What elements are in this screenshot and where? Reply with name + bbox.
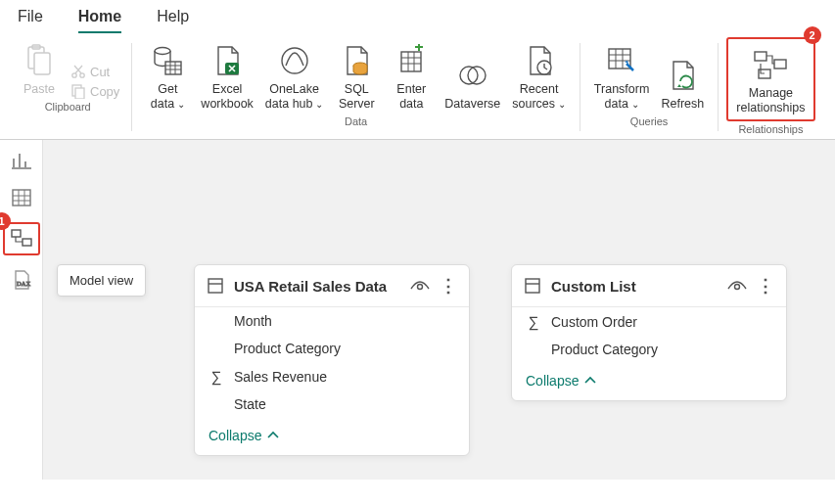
table-title: USA Retail Sales Data (234, 278, 387, 295)
sigma-icon: ∑ (526, 313, 541, 330)
svg-point-13 (460, 67, 478, 84)
svg-rect-22 (23, 239, 31, 246)
group-label-queries: Queries (630, 114, 669, 129)
table-card-custom-list[interactable]: Custom List ⋮ ∑Custom OrderProduct Categ… (511, 264, 787, 401)
database-grid-icon (146, 41, 189, 80)
group-label-clipboard: Clipboard (45, 99, 91, 115)
onelake-icon (273, 41, 316, 80)
group-data: Get data ⌄ Excel workbook OneLake data h… (140, 37, 572, 137)
dataverse-icon (451, 56, 494, 95)
paste-icon (18, 41, 61, 80)
svg-rect-1 (34, 53, 50, 74)
cut-button: Cut (70, 64, 119, 79)
table-card-usa-retail[interactable]: USA Retail Sales Data ⋮ MonthProduct Cat… (194, 264, 470, 456)
recent-icon (518, 41, 561, 80)
data-view-button[interactable] (7, 185, 36, 210)
field-name: State (234, 396, 266, 412)
svg-rect-26 (526, 279, 539, 293)
field-name: Month (234, 313, 272, 329)
table-icon (11, 188, 32, 207)
excel-icon (206, 41, 249, 80)
model-view-button[interactable] (7, 226, 36, 252)
svg-rect-8 (165, 62, 181, 74)
field-name: Custom Order (551, 314, 637, 330)
model-view-wrapper: 1 (3, 222, 40, 255)
field-name: Product Category (551, 342, 658, 357)
model-canvas[interactable]: USA Retail Sales Data ⋮ MonthProduct Cat… (43, 140, 835, 480)
field-row[interactable]: State (195, 390, 469, 418)
scissors-icon (70, 64, 86, 79)
copy-icon (70, 83, 86, 99)
relationships-icon (749, 45, 792, 84)
field-row[interactable]: Month (195, 307, 469, 335)
field-row[interactable]: Product Category (195, 335, 469, 362)
ribbon-tabs: File Home Help (0, 0, 835, 33)
svg-rect-20 (13, 190, 30, 206)
view-switcher: 1 DAX (0, 140, 43, 480)
svg-point-3 (72, 73, 76, 77)
tab-file[interactable]: File (18, 4, 43, 33)
ribbon: Paste Cut Copy Clipboard Get (0, 33, 835, 140)
group-label-data: Data (345, 114, 367, 129)
group-queries: Transform data ⌄ Refresh Queries (588, 37, 711, 137)
paste-label: Paste (23, 82, 55, 97)
manage-relationships-button[interactable]: Manage relationships (730, 41, 811, 117)
copy-button: Copy (70, 83, 119, 99)
annotation-box-2: Manage relationships (726, 37, 814, 121)
svg-point-25 (418, 285, 423, 290)
tab-help[interactable]: Help (157, 4, 189, 33)
dax-icon: DAX (11, 269, 32, 291)
table-icon (524, 277, 541, 295)
enter-data-icon (390, 41, 433, 80)
paste-button: Paste (12, 37, 67, 99)
svg-rect-6 (75, 88, 84, 99)
recent-sources-button[interactable]: Recent sources ⌄ (506, 37, 572, 114)
field-row[interactable]: ∑Custom Order (512, 307, 786, 336)
group-label-relationships: Relationships (738, 121, 803, 137)
svg-rect-21 (12, 230, 21, 237)
annotation-badge-2: 2 (804, 26, 821, 44)
svg-point-7 (155, 48, 170, 55)
collapse-button[interactable]: Collapse (195, 418, 469, 455)
svg-point-10 (282, 48, 307, 73)
chevron-up-icon (584, 376, 596, 386)
field-row[interactable]: Product Category (512, 336, 786, 363)
more-icon[interactable]: ⋮ (440, 275, 457, 297)
group-relationships: 2 Manage relationships Relationships (726, 37, 814, 137)
sql-server-button[interactable]: SQL Server (329, 37, 384, 114)
svg-text:DAX: DAX (17, 280, 30, 287)
refresh-button[interactable]: Refresh (655, 52, 710, 114)
visibility-icon[interactable] (410, 279, 430, 293)
tab-home[interactable]: Home (78, 4, 121, 33)
visibility-icon[interactable] (727, 279, 747, 293)
onelake-button[interactable]: OneLake data hub ⌄ (259, 37, 329, 114)
more-icon[interactable]: ⋮ (757, 275, 774, 297)
sql-icon (335, 41, 378, 80)
chevron-up-icon (267, 431, 279, 440)
model-icon (11, 229, 32, 249)
field-row[interactable]: ∑Sales Revenue (195, 362, 469, 390)
collapse-button[interactable]: Collapse (512, 363, 786, 400)
report-view-button[interactable] (7, 148, 36, 173)
dax-view-button[interactable]: DAX (7, 267, 36, 293)
sigma-icon: ∑ (209, 368, 224, 385)
svg-point-14 (468, 67, 486, 84)
group-clipboard: Paste Cut Copy Clipboard (12, 37, 123, 137)
dataverse-button[interactable]: Dataverse (439, 52, 506, 114)
transform-data-button[interactable]: Transform data ⌄ (588, 37, 656, 114)
svg-point-4 (80, 73, 84, 77)
excel-workbook-button[interactable]: Excel workbook (195, 37, 259, 114)
canvas-area: 1 DAX Model view USA Retail Sales Data ⋮… (0, 140, 835, 480)
svg-rect-17 (755, 52, 766, 61)
table-title: Custom List (551, 278, 636, 295)
svg-rect-18 (774, 60, 786, 69)
refresh-icon (661, 56, 704, 95)
enter-data-button[interactable]: Enter data (384, 37, 439, 114)
svg-rect-12 (401, 52, 421, 71)
get-data-button[interactable]: Get data ⌄ (140, 37, 195, 114)
table-icon (207, 277, 224, 295)
svg-rect-24 (209, 279, 222, 293)
transform-icon (600, 41, 643, 80)
bar-chart-icon (11, 151, 32, 170)
field-name: Sales Revenue (234, 369, 327, 385)
